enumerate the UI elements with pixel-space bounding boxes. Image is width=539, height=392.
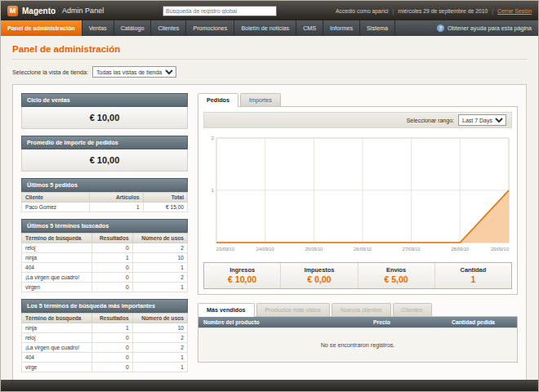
range-select[interactable]: Last 7 Days — [458, 114, 506, 126]
dashboard-totals: Ingresos€ 10,00Impuestos€ 0,00Envíos€ 5,… — [203, 262, 512, 289]
column-header-total: Total — [143, 193, 187, 203]
average-orders-title: Promedio de importe de pedidos — [21, 136, 188, 149]
lifetime-sales-value: € 10,00 — [21, 107, 188, 129]
table-row: virge01 — [22, 363, 188, 372]
nav-item-catalogo[interactable]: Catálogo — [114, 20, 152, 36]
nav-items: Panel de administraciónVentasCatálogoCli… — [1, 20, 395, 36]
total-label: Envíos — [359, 266, 434, 274]
nav-item-boletin-de-noticias[interactable]: Boletín de noticias — [234, 20, 296, 36]
tab-clientes[interactable]: Clientes — [393, 303, 432, 317]
table-cell: 1 — [89, 203, 143, 212]
grid-empty-message: No se encontraron registros. — [198, 327, 517, 362]
nav-item-cms[interactable]: CMS — [296, 20, 323, 36]
separator: | — [492, 8, 493, 14]
table-cell: 2 — [132, 333, 187, 343]
orders-chart: 1223/09/1024/09/1025/09/1026/09/1027/09/… — [203, 133, 512, 257]
tab-importes[interactable]: Importes — [240, 93, 281, 107]
tab-mas-vendidos[interactable]: Más vendidos — [198, 303, 255, 317]
table-row: reloj02 — [22, 333, 188, 343]
x-tick-label: 27/09/10 — [403, 247, 421, 252]
table-cell: 0 — [92, 263, 132, 273]
total-label: Ingresos — [204, 266, 280, 274]
last-orders-box: Últimos 5 pedidos ClienteArtículosTotal … — [21, 178, 188, 212]
table-cell: 2 — [132, 343, 187, 353]
table-cell: 1 — [92, 323, 132, 333]
table-cell: virgen — [22, 283, 92, 292]
table-cell: ¡La virgen que cuadro! — [22, 273, 92, 283]
nav-item-informes[interactable]: Informes — [323, 20, 360, 36]
table-row: ¡La virgen que cuadro!02 — [22, 343, 188, 353]
tab-nuevos-clientes[interactable]: Nuevos clientes — [332, 303, 391, 317]
global-search-input[interactable] — [163, 6, 277, 16]
table-cell: ninja — [22, 323, 92, 333]
y-tick-label: 1 — [212, 188, 215, 193]
table-cell: 0 — [92, 333, 132, 343]
average-orders-box: Promedio de importe de pedidos € 10,00 — [21, 136, 188, 172]
table-cell: Paco Gomez — [22, 203, 90, 212]
content-area: Panel de administración Seleccione la vi… — [1, 36, 538, 380]
lifetime-sales-title: Ciclo de ventas — [21, 93, 188, 107]
last-orders-table: ClienteArtículosTotal Paco Gomez1€ 15,00 — [21, 192, 188, 212]
logo-name: Magento — [22, 7, 56, 16]
store-view-label: Seleccione la vista de tienda: — [12, 69, 88, 76]
footer-bar — [1, 380, 538, 391]
grid-header: Nombre del productoPrecioCantidad pedida — [198, 317, 517, 327]
table-cell: 0 — [92, 363, 132, 372]
table-header-row: Término de búsquedaResultadosNúmero de u… — [22, 314, 188, 323]
table-cell: 0 — [92, 283, 132, 292]
current-date: miércoles 29 de septiembre de 2010 — [398, 8, 488, 14]
x-tick-label: 23/09/10 — [216, 247, 234, 252]
last-search-terms-title: Últimos 5 términos buscados — [21, 219, 188, 233]
page-help-link[interactable]: ? Obtener ayuda para esta página — [430, 20, 538, 36]
table-row: ¡La virgen que cuadro!02 — [22, 273, 188, 283]
column-header-articulos: Artículos — [89, 193, 143, 203]
last-orders-title: Últimos 5 pedidos — [21, 178, 188, 192]
separator: | — [393, 8, 394, 14]
x-tick-label: 26/09/10 — [354, 247, 372, 252]
logged-in-as: Accedió como aparici — [336, 8, 389, 14]
orders-tab-panel: Seleccionar rango: Last 7 Days 1223/09/1… — [198, 106, 518, 295]
table-cell: € 15,00 — [143, 203, 187, 212]
top-header: M Magento Admin Panel Accedió como apari… — [1, 1, 538, 20]
table-cell: 0 — [92, 243, 132, 253]
grid-column-precio: Precio — [368, 317, 447, 327]
top-search-terms-title: Los 5 términos de búsqueda más important… — [21, 299, 188, 313]
table-header-row: Término de búsquedaResultadosNúmero de u… — [22, 234, 188, 243]
total-value: 1 — [435, 274, 511, 284]
store-view-select[interactable]: Todas las vistas de tienda — [92, 66, 176, 78]
nav-item-panel-de-administracion[interactable]: Panel de administración — [1, 20, 82, 36]
range-selector-row: Seleccionar rango: Last 7 Days — [203, 112, 512, 128]
tab-productos-mas-vistos[interactable]: Productos más vistos — [256, 303, 330, 317]
nav-item-ventas[interactable]: Ventas — [82, 20, 114, 36]
table-row: 40401 — [22, 353, 188, 363]
table-cell: 404 — [22, 263, 92, 273]
column-header-termino-de-busqueda: Término de búsqueda — [22, 314, 92, 323]
chart-tabs: PedidosImportes — [198, 93, 518, 107]
table-body: Paco Gomez1€ 15,00 — [22, 203, 188, 212]
range-label: Seleccionar rango: — [407, 118, 454, 123]
x-tick-label: 24/09/10 — [256, 247, 274, 252]
total-envios: Envíos€ 5,00 — [359, 263, 435, 288]
table-row: 40401 — [22, 263, 188, 273]
total-value: € 10,00 — [204, 274, 280, 284]
total-value: € 0,00 — [281, 274, 357, 284]
dashboard-left-column: Ciclo de ventas € 10,00 Promedio de impo… — [21, 93, 188, 372]
table-cell: 0 — [92, 273, 132, 283]
average-orders-value: € 10,00 — [21, 149, 188, 172]
nav-item-promociones[interactable]: Promociones — [186, 20, 234, 36]
page-title: Panel de administración — [12, 44, 527, 54]
table-cell: reloj — [22, 333, 92, 343]
nav-item-sistema[interactable]: Sistema — [360, 20, 395, 36]
last-search-terms-box: Últimos 5 términos buscados Término de b… — [21, 219, 188, 292]
total-value: € 5,00 — [359, 274, 434, 284]
column-header-resultados: Resultados — [92, 234, 132, 243]
title-divider — [12, 59, 527, 60]
logout-link[interactable]: Cerrar Sesión — [497, 8, 532, 14]
column-header-termino-de-busqueda: Término de búsqueda — [22, 234, 92, 243]
table-body: reloj02ninja11040401¡La virgen que cuadr… — [22, 243, 188, 292]
nav-item-clientes[interactable]: Clientes — [151, 20, 186, 36]
tab-pedidos[interactable]: Pedidos — [198, 93, 238, 107]
table-cell: 0 — [92, 353, 132, 363]
table-cell: 10 — [132, 253, 187, 263]
table-cell: 2 — [132, 273, 187, 283]
